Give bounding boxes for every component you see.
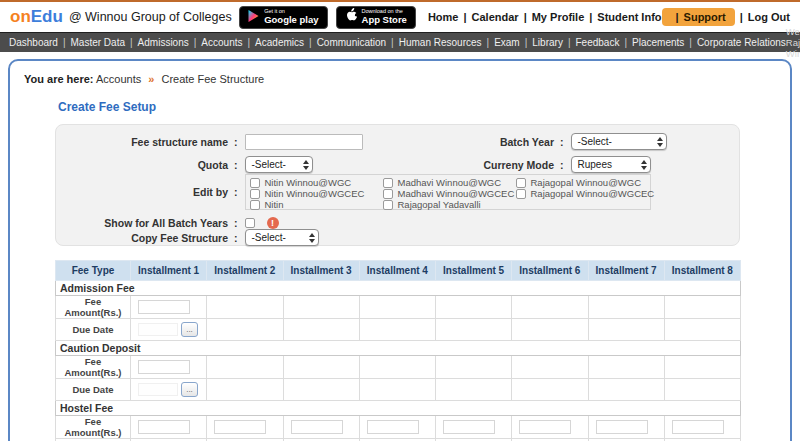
warning-icon: ! [267, 217, 279, 229]
fee-structure-name-input[interactable] [245, 134, 363, 150]
fee-amount-cell [512, 296, 588, 319]
header-link-log-out[interactable]: Log Out [735, 11, 790, 23]
edit-by-checkbox-madhavi-winnou-wgcec[interactable] [383, 189, 393, 199]
nav-item-placements[interactable]: Placements [619, 37, 684, 48]
fee-amount-row: Fee Amount(Rs.) [56, 356, 741, 379]
header-link-calendar[interactable]: Calendar [458, 11, 518, 23]
fee-amount-cell [436, 356, 512, 379]
edit-by-option: Nitin [250, 199, 383, 210]
header-link-student-info[interactable]: Student Info [584, 11, 661, 23]
show-all-batch-years-checkbox[interactable] [245, 218, 255, 228]
due-date-row: Due Date... [56, 319, 741, 341]
fee-amount-row: Fee Amount(Rs.) [56, 296, 741, 319]
fee-table-header-row: Fee TypeInstallment 1Installment 2Instal… [56, 261, 741, 281]
due-date-cell [588, 319, 664, 341]
due-date-cell [512, 319, 588, 341]
edit-by-checkbox-group: Nitin Winnou@WGCNitin Winnou@WGCECNitinM… [245, 174, 651, 210]
nav-item-corporate-relations[interactable]: Corporate Relations [684, 37, 786, 48]
fee-amount-cell [207, 416, 283, 439]
nav-item-exam[interactable]: Exam [482, 37, 520, 48]
form-row-2: Quota : -Select- Curreny Mode : Rupees [56, 156, 313, 173]
fee-amount-input[interactable] [672, 420, 724, 434]
due-date-row-label: Due Date [56, 319, 131, 341]
batch-year-select[interactable]: -Select- [571, 133, 667, 150]
quota-select[interactable]: -Select- [245, 156, 313, 173]
fee-amount-row-label: Fee Amount(Rs.) [56, 416, 131, 439]
fee-amount-cell [588, 416, 664, 439]
copy-fee-structure-select[interactable]: -Select- [245, 229, 319, 246]
nav-item-human-resources[interactable]: Human Resources [386, 37, 481, 48]
fee-amount-cell [588, 296, 664, 319]
date-picker-button[interactable]: ... [181, 382, 198, 397]
header-link-support[interactable]: Support [662, 8, 735, 26]
nav-item-academics[interactable]: Academics [243, 37, 305, 48]
form-row-copy: Copy Fee Structure : -Select- [56, 229, 319, 246]
column-header-installment-8: Installment 8 [664, 261, 740, 281]
fee-amount-cell [512, 416, 588, 439]
app-logo[interactable]: onEdu [10, 7, 63, 27]
breadcrumb-current-page: Create Fee Structure [161, 73, 264, 85]
edit-by-option-label: Madhavi Winnou@WGCEC [398, 188, 515, 199]
fee-section-name: Hostel Fee [56, 401, 741, 416]
edit-by-checkbox-rajagopal-yadavalli[interactable] [383, 200, 393, 210]
edit-by-checkbox-nitin-winnou-wgc[interactable] [250, 178, 260, 188]
fee-section-row: Caution Deposit [56, 341, 741, 356]
copy-fee-structure-label: Copy Fee Structure [56, 232, 228, 244]
fee-amount-input[interactable] [138, 300, 190, 314]
colon: : [234, 217, 238, 229]
due-date-cell [664, 319, 740, 341]
breadcrumb-accounts-link[interactable]: Accounts [96, 73, 141, 85]
edit-by-checkbox-madhavi-winnou-wgc[interactable] [383, 178, 393, 188]
select-arrows-icon [303, 160, 309, 170]
fee-amount-input[interactable] [138, 360, 190, 374]
nav-item-master-data[interactable]: Master Data [58, 37, 125, 48]
top-header: onEdu @ Winnou Group of Colleges Get it … [0, 0, 800, 32]
fee-amount-input[interactable] [596, 420, 648, 434]
organization-name: @ Winnou Group of Colleges [69, 10, 232, 24]
nav-item-admissions[interactable]: Admissions [125, 37, 189, 48]
fee-amount-input[interactable] [519, 420, 571, 434]
app-store-badge[interactable]: Download on the App Store [336, 6, 416, 29]
colon: : [560, 136, 564, 148]
edit-by-option: Rajagopal Winnou@WGCEC [516, 188, 649, 199]
edit-by-column: Nitin Winnou@WGCNitin Winnou@WGCECNitin [250, 177, 383, 209]
fee-amount-row-label: Fee Amount(Rs.) [56, 356, 131, 379]
edit-by-checkbox-rajagopal-winnou-wgc[interactable] [516, 178, 526, 188]
nav-item-library[interactable]: Library [520, 37, 563, 48]
nav-item-accounts[interactable]: Accounts [189, 37, 243, 48]
nav-item-communication[interactable]: Communication [304, 37, 386, 48]
colon: : [234, 232, 238, 244]
content-container: You are here: Accounts » Create Fee Stru… [8, 59, 792, 441]
fee-amount-input[interactable] [291, 420, 343, 434]
column-header-fee-type: Fee Type [56, 261, 131, 281]
edit-by-option-label: Rajagopal Yadavalli [398, 199, 481, 210]
date-picker-button[interactable]: ... [181, 322, 198, 337]
currency-mode-select[interactable]: Rupees [571, 156, 651, 173]
edit-by-checkbox-rajagopal-winnou-wgcec[interactable] [516, 189, 526, 199]
fee-amount-input[interactable] [138, 420, 190, 434]
due-date-input[interactable] [138, 323, 178, 336]
nav-item-feedback[interactable]: Feedback [563, 37, 620, 48]
nav-item-dashboard[interactable]: Dashboard [9, 37, 58, 48]
due-date-input[interactable] [138, 383, 178, 396]
header-link-home[interactable]: Home [428, 11, 459, 23]
header-link-my-profile[interactable]: My Profile [519, 11, 585, 23]
fee-amount-input[interactable] [214, 420, 266, 434]
form-row-edit-by: Edit by : Nitin Winnou@WGCNitin Winnou@W… [56, 174, 651, 210]
column-header-installment-2: Installment 2 [207, 261, 283, 281]
due-date-cell [283, 319, 359, 341]
fee-structure-name-label: Fee structure name [56, 136, 228, 148]
edit-by-checkbox-nitin[interactable] [250, 200, 260, 210]
fee-amount-input[interactable] [367, 420, 419, 434]
colon: : [234, 186, 238, 198]
fee-amount-cell [207, 296, 283, 319]
currency-mode-label: Curreny Mode [386, 159, 554, 171]
edit-by-checkbox-nitin-winnou-wgcec[interactable] [250, 189, 260, 199]
google-play-badge[interactable]: Get it on Google play [239, 6, 327, 29]
fee-amount-cell [283, 416, 359, 439]
edit-by-option: Nitin Winnou@WGC [250, 177, 383, 188]
fee-amount-cell [359, 416, 435, 439]
fee-amount-input[interactable] [443, 420, 495, 434]
column-header-installment-3: Installment 3 [283, 261, 359, 281]
due-date-cell: ... [131, 319, 207, 341]
